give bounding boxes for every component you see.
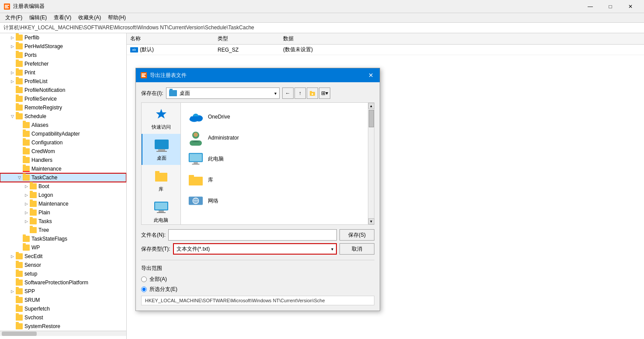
tree-hscrollbar[interactable] — [0, 331, 126, 336]
tree-item-profileservice[interactable]: ProfileService — [0, 94, 126, 103]
folder-icon — [23, 131, 30, 137]
tree-item-perflib[interactable]: ▷ Perflib — [0, 33, 126, 42]
new-folder-button[interactable] — [307, 87, 318, 99]
menu-view[interactable]: 查看(V) — [50, 13, 75, 22]
file-item-library[interactable]: 库 — [184, 169, 364, 190]
dialog-close-button[interactable]: ✕ — [367, 71, 375, 80]
expand-icon: ▷ — [23, 192, 30, 199]
tree-label: TaskStateFlags — [31, 236, 67, 242]
tree-item-spp[interactable]: ▷ SPP — [0, 287, 126, 296]
tree-item-profilelist[interactable]: ▷ ProfileList — [0, 77, 126, 86]
tree-item-handlers[interactable]: Handlers — [0, 156, 126, 164]
folder-icon — [30, 183, 37, 189]
shortcut-library[interactable]: 库 — [142, 165, 180, 196]
tree-item-svchost[interactable]: Svchost — [0, 313, 126, 322]
folder-icon — [16, 70, 23, 76]
export-all-radio[interactable] — [141, 276, 147, 282]
tree-item-aliases[interactable]: Aliases — [0, 121, 126, 129]
shortcut-label: 此电脑 — [154, 217, 168, 224]
folder-icon — [23, 140, 30, 146]
file-item-administrator[interactable]: Administrator — [184, 127, 364, 148]
tree-item-credwom[interactable]: CredWom — [0, 147, 126, 156]
filetype-combo[interactable]: 文本文件(*.txt) ▾ — [173, 243, 337, 255]
save-location-combo[interactable]: 桌面 ▾ — [166, 87, 280, 99]
folder-icon — [16, 262, 23, 268]
svg-rect-38 — [189, 177, 203, 185]
export-selected-option[interactable]: 所选分支(E) — [141, 286, 374, 293]
expand-icon — [16, 148, 23, 155]
cancel-button[interactable]: 取消 — [339, 243, 374, 255]
tree-item-tasks[interactable]: ▷ Tasks — [0, 217, 126, 226]
tree-item-prefetcher[interactable]: Prefetcher — [0, 59, 126, 68]
file-item-this-pc[interactable]: 此电脑 — [184, 148, 364, 169]
back-button[interactable]: ← — [282, 87, 294, 99]
minimize-button[interactable]: — — [580, 0, 600, 13]
tree-item-remoteregistry[interactable]: RemoteRegistry — [0, 103, 126, 112]
tree-item-taskcache[interactable]: ▽ TaskCache — [0, 173, 126, 182]
tree-item-wp[interactable]: WP — [0, 243, 126, 252]
onedrive-icon — [188, 109, 204, 125]
menu-favorites[interactable]: 收藏夹(A) — [75, 13, 104, 22]
scroll-thumb[interactable] — [369, 110, 374, 127]
registry-row-default[interactable]: ab (默认) REG_SZ (数值未设置) — [127, 45, 644, 55]
save-button[interactable]: 保存(S) — [339, 229, 374, 241]
up-button[interactable]: ↑ — [294, 87, 306, 99]
folder-icon — [30, 227, 37, 233]
filename-label: 文件名(N): — [141, 231, 166, 239]
tree-item-compatibilityadapter[interactable]: CompatibilityAdapter — [0, 129, 126, 138]
expand-icon — [16, 130, 23, 137]
tree-label: ProfileService — [24, 96, 57, 102]
export-all-option[interactable]: 全部(A) — [141, 276, 374, 283]
file-item-onedrive[interactable]: OneDrive — [184, 106, 364, 127]
menu-edit[interactable]: 编辑(E) — [26, 13, 50, 22]
tree-item-plain[interactable]: ▷ Plain — [0, 208, 126, 217]
close-button[interactable]: ✕ — [620, 0, 641, 13]
filename-input[interactable] — [168, 229, 337, 241]
export-selected-radio[interactable] — [141, 287, 147, 292]
folder-icon — [16, 52, 23, 58]
tree-item-boot[interactable]: ▷ Boot — [0, 182, 126, 191]
shortcut-this-pc[interactable]: 此电脑 — [142, 196, 180, 224]
menu-file[interactable]: 文件(F) — [2, 13, 26, 22]
tree-item-print[interactable]: ▷ Print — [0, 68, 126, 77]
expand-icon — [16, 235, 23, 242]
file-item-label: 网络 — [208, 197, 218, 205]
tree-item-configuration[interactable]: Configuration — [0, 138, 126, 147]
shortcut-quick-access[interactable]: 快速访问 — [142, 103, 180, 134]
tree-item-superfetch[interactable]: Superfetch — [0, 304, 126, 313]
col-header-name: 名称 — [130, 35, 218, 42]
tree-item-tree[interactable]: Tree — [0, 226, 126, 234]
view-button[interactable]: ⊞▾ — [319, 87, 330, 99]
library-item-icon — [188, 172, 204, 188]
menu-help[interactable]: 帮助(H) — [104, 13, 129, 22]
tree-panel: ▷ Perflib ▷ PerHwIdStorage Ports Prefetc… — [0, 33, 127, 339]
window-controls: — □ ✕ — [580, 0, 641, 13]
file-browser-scrollbar[interactable]: ▲ ▼ — [368, 103, 374, 224]
shortcut-label: 快速访问 — [152, 124, 171, 130]
maximize-button[interactable]: □ — [600, 0, 620, 13]
scroll-down-button[interactable]: ▼ — [368, 218, 374, 224]
tree-item-setup[interactable]: setup — [0, 269, 126, 278]
tree-item-sensor[interactable]: Sensor — [0, 261, 126, 269]
expand-icon: ▽ — [9, 113, 16, 120]
tree-item-maintenance2[interactable]: ▷ Maintenance — [0, 199, 126, 208]
tree-item-schedule[interactable]: ▽ Schedule — [0, 112, 126, 121]
tree-item-perhwidstorage[interactable]: ▷ PerHwIdStorage — [0, 42, 126, 51]
shortcut-desktop[interactable]: 桌面 — [142, 134, 180, 165]
expand-icon: ▷ — [9, 43, 16, 50]
tree-item-srum[interactable]: SRUM — [0, 296, 126, 304]
tree-label: RemoteRegistry — [24, 105, 62, 111]
tree-item-secedit[interactable]: ▷ SecEdit — [0, 252, 126, 261]
file-item-network[interactable]: 网络 — [184, 190, 364, 211]
scroll-up-button[interactable]: ▲ — [368, 103, 374, 109]
tree-item-logon[interactable]: ▷ Logon — [0, 191, 126, 199]
tree-item-taskstateflags[interactable]: TaskStateFlags — [0, 234, 126, 243]
radio-group: 全部(A) 所选分支(E) — [141, 276, 374, 293]
tree-item-profilenotification[interactable]: ProfileNotification — [0, 86, 126, 94]
tree-item-ports[interactable]: Ports — [0, 51, 126, 59]
file-item-label: OneDrive — [208, 114, 230, 120]
tree-item-maintenance[interactable]: Maintenance — [0, 164, 126, 173]
tree-item-softwareprotection[interactable]: SoftwareProtectionPlatform — [0, 278, 126, 287]
tree-item-systemrestore[interactable]: SystemRestore — [0, 322, 126, 331]
title-bar: 注册表编辑器 — □ ✕ — [0, 0, 644, 13]
